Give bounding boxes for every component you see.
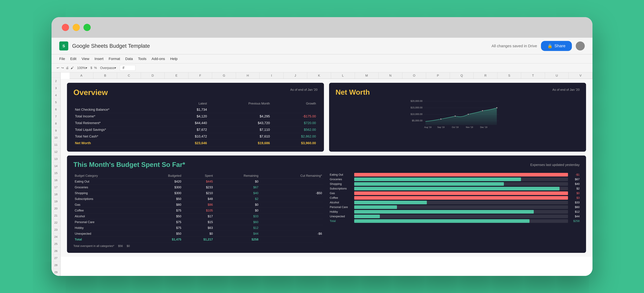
bar-fill xyxy=(354,187,560,190)
cat-spent: $86 xyxy=(182,202,214,208)
th-budgeted: Budgeted xyxy=(141,173,182,179)
cat-cut xyxy=(260,208,323,213)
row-latest: $1,734 xyxy=(170,106,208,113)
th-category: Budget Category xyxy=(74,173,141,179)
doc-title: Google Sheets Budget Template xyxy=(72,43,488,49)
overview-row-savings: Total Liquid Savings* $7,672 $7,110 $562… xyxy=(74,126,318,133)
menu-tools[interactable]: Tools xyxy=(138,57,146,61)
zoom-level[interactable]: 100%▾ xyxy=(77,66,87,70)
budget-panel: This Month's Budget Spent So Far* Expens… xyxy=(67,156,586,253)
col-s[interactable]: S xyxy=(498,72,521,79)
th-latest: Latest xyxy=(170,101,208,106)
cat-remaining: $0 xyxy=(214,208,260,213)
col-u[interactable]: U xyxy=(545,72,569,79)
svg-text:$20,000.00: $20,000.00 xyxy=(410,100,422,102)
budget-thead-row: Budget Category Budgeted Spent Remaining… xyxy=(74,173,323,179)
th-spent: Spent xyxy=(182,173,214,179)
cat-label: Personal Care xyxy=(74,219,141,225)
cat-label: Subscriptions xyxy=(74,196,141,202)
col-c[interactable]: C xyxy=(117,72,141,79)
bar-row-groceries: Groceries $67 xyxy=(330,178,580,181)
bar-track xyxy=(354,191,568,195)
cat-label: Alcohol xyxy=(74,213,141,219)
row-num-8: 9 xyxy=(52,127,60,134)
col-d[interactable]: D xyxy=(141,72,165,79)
bar-track xyxy=(354,201,568,204)
row-numbers: 2 3 4 5 6 7 8 9 10 11 12 13 14 15 16 17 … xyxy=(52,72,60,276)
cell-reference[interactable]: F xyxy=(120,65,135,71)
col-f[interactable]: F xyxy=(188,72,212,79)
menu-data[interactable]: Data xyxy=(125,57,133,61)
col-k[interactable]: K xyxy=(307,72,331,79)
row-latest: $10,472 xyxy=(170,133,208,140)
overview-row-netcash: Total Net Cash* $10,472 $7,610 $2,862.00 xyxy=(74,133,318,140)
row-num-17: 18 xyxy=(52,191,60,198)
menu-insert[interactable]: Insert xyxy=(94,57,104,61)
menu-format[interactable]: Format xyxy=(109,57,120,61)
row-num-23: 24 xyxy=(52,233,60,241)
bar-row-eatingout: Eating Out -$1 xyxy=(330,173,580,177)
overview-header: Overview As of end of Jan '20 xyxy=(74,88,318,98)
col-p[interactable]: P xyxy=(426,72,450,79)
svg-point-11 xyxy=(482,110,483,111)
formula-bar: ↩ ↪ 🖨 🖌 100%▾ $ % Overpass▾ F xyxy=(52,63,592,72)
bar-track xyxy=(354,187,568,190)
row-growth: $562.00 xyxy=(272,126,318,133)
close-button[interactable] xyxy=(62,24,69,31)
undo-icon[interactable]: ↩ xyxy=(57,66,59,70)
col-h[interactable]: H xyxy=(236,72,260,79)
maximize-button[interactable] xyxy=(84,24,91,31)
col-r[interactable]: R xyxy=(474,72,498,79)
col-g[interactable]: G xyxy=(212,72,236,79)
minimize-button[interactable] xyxy=(73,24,80,31)
budget-row-total: Total $1,475 $1,217 $258 xyxy=(74,237,323,242)
row-label: Total Income* xyxy=(74,113,170,120)
col-j[interactable]: J xyxy=(284,72,307,79)
col-t[interactable]: T xyxy=(521,72,545,79)
menu-help[interactable]: Help xyxy=(170,57,178,61)
svg-text:Aug '19: Aug '19 xyxy=(424,126,432,128)
col-l[interactable]: L xyxy=(331,72,355,79)
row-label: Total Liquid Savings* xyxy=(74,126,170,133)
row-label: Net Worth xyxy=(74,140,170,146)
traffic-lights xyxy=(62,24,91,31)
networth-chart: $20,000.00 $15,000.00 $10,000.00 $5,000.… xyxy=(336,99,580,130)
col-o[interactable]: O xyxy=(402,72,426,79)
cat-remaining: $0 xyxy=(214,179,260,185)
currency-icon[interactable]: $ xyxy=(90,66,92,70)
menu-view[interactable]: View xyxy=(82,57,89,61)
budget-footnote: Total overspent in all categories* $56 $… xyxy=(74,244,323,248)
bar-label: Total xyxy=(330,219,353,223)
row-latest: $7,672 xyxy=(170,126,208,133)
menu-edit[interactable]: Edit xyxy=(70,57,76,61)
col-q[interactable]: Q xyxy=(450,72,474,79)
cat-label: Groceries xyxy=(74,185,141,190)
col-i[interactable]: I xyxy=(260,72,284,79)
cat-spent: $17 xyxy=(182,213,214,219)
bar-track xyxy=(354,205,568,209)
footnote-label: Total overspent in all categories* xyxy=(74,244,114,248)
col-e[interactable]: E xyxy=(164,72,188,79)
paint-icon[interactable]: 🖌 xyxy=(71,66,74,70)
cat-budgeted: $300 xyxy=(141,185,182,190)
budget-content: Budget Category Budgeted Spent Remaining… xyxy=(74,173,580,248)
cat-cut xyxy=(260,237,323,242)
col-m[interactable]: M xyxy=(355,72,379,79)
col-n[interactable]: N xyxy=(378,72,402,79)
svg-text:$15,000.00: $15,000.00 xyxy=(410,106,422,109)
redo-icon[interactable]: ↪ xyxy=(61,66,64,70)
col-b[interactable]: B xyxy=(94,72,117,79)
menu-addons[interactable]: Add-ons xyxy=(152,57,165,61)
menu-file[interactable]: File xyxy=(59,57,65,61)
percent-icon[interactable]: % xyxy=(94,66,97,70)
col-header-corner xyxy=(52,72,60,78)
col-a[interactable]: A xyxy=(70,72,94,79)
col-v[interactable]: V xyxy=(569,72,592,79)
print-icon[interactable]: 🖨 xyxy=(66,66,69,70)
cat-cut: -$6 xyxy=(260,231,323,237)
bar-label: Gas xyxy=(330,192,353,195)
format-label[interactable]: Overpass▾ xyxy=(100,66,116,70)
lock-icon: 🔒 xyxy=(548,43,552,48)
share-button[interactable]: 🔒 Share xyxy=(541,41,572,51)
footnote-value: $56 xyxy=(118,244,123,248)
